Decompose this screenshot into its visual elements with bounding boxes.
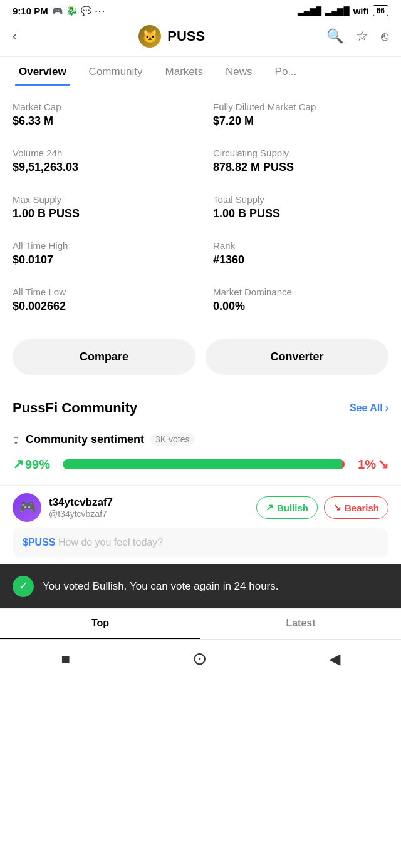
sentiment-bar: ↗ 99% 1% ↘ (0, 456, 401, 485)
stat-market-dominance: Market Dominance 0.00% (200, 277, 401, 323)
stat-value: 0.00% (213, 300, 388, 313)
see-all-button[interactable]: See All › (350, 402, 388, 414)
avatar: 🎮 (13, 493, 41, 522)
stat-value: $9,51,263.03 (13, 161, 188, 174)
ellipsis-icon: ··· (95, 6, 106, 16)
stat-label: All Time High (13, 240, 188, 251)
sentiment-icon: ↕️ (13, 431, 19, 447)
tab-top[interactable]: Top (0, 609, 200, 639)
signal-icon: ▂▄▆█ (298, 6, 321, 16)
stat-all-time-low: All Time Low $0.002662 (0, 277, 200, 323)
votes-badge: 3K votes (150, 433, 194, 446)
bearish-button[interactable]: ↘ Bearish (324, 496, 388, 519)
stat-label: Market Cap (13, 101, 188, 112)
back-button[interactable]: ‹ (13, 28, 17, 44)
stat-max-supply: Max Supply 1.00 B PUSS (0, 184, 200, 230)
stat-label: Max Supply (13, 194, 188, 205)
square-nav-icon[interactable]: ■ (61, 650, 70, 668)
stat-value: 878.82 M PUSS (213, 161, 388, 174)
converter-button[interactable]: Converter (206, 339, 388, 375)
header: ‹ 🐱 PUSS 🔍 ☆ ⎋ (0, 19, 401, 57)
user-handle: @t34ytcvbzaf7 (49, 509, 113, 519)
community-section-header: PussFi Community See All › (0, 390, 401, 424)
stat-all-time-high: All Time High $0.0107 (0, 230, 200, 277)
bull-vote-icon: ↗ (266, 502, 274, 513)
chevron-right-icon: › (385, 402, 388, 414)
tab-news[interactable]: News (214, 57, 264, 86)
stat-value: 1.00 B PUSS (13, 207, 188, 220)
stat-label: Rank (213, 240, 388, 251)
user-info: 🎮 t34ytcvbzaf7 @t34ytcvbzaf7 (13, 493, 113, 522)
stat-fully-diluted: Fully Diluted Market Cap $7.20 M (200, 91, 401, 138)
sentiment-title: Community sentiment (26, 433, 144, 446)
coin-name: PUSS (167, 28, 205, 44)
stat-total-supply: Total Supply 1.00 B PUSS (200, 184, 401, 230)
back-nav-icon[interactable]: ◀ (329, 650, 340, 668)
vote-buttons: ↗ Bullish ↘ Bearish (256, 496, 388, 519)
stat-label: Circulating Supply (213, 148, 388, 158)
header-center: 🐱 PUSS (138, 25, 205, 48)
stats-grid: Market Cap $6.33 M Fully Diluted Market … (0, 86, 401, 328)
stat-label: Market Dominance (213, 287, 388, 297)
game-icon-1: 🎮 (52, 6, 63, 16)
search-icon[interactable]: 🔍 (326, 28, 343, 44)
user-row: 🎮 t34ytcvbzaf7 @t34ytcvbzaf7 ↗ Bullish ↘… (13, 493, 388, 522)
stat-value: $6.33 M (13, 115, 188, 128)
stat-label: All Time Low (13, 287, 188, 297)
user-post: 🎮 t34ytcvbzaf7 @t34ytcvbzaf7 ↗ Bullish ↘… (0, 485, 401, 564)
post-preview: $PUSS How do you feel today? (13, 528, 388, 557)
stat-volume: Volume 24h $9,51,263.03 (0, 138, 200, 184)
stat-label: Total Supply (213, 194, 388, 205)
speech-icon: 💬 (81, 6, 91, 16)
share-icon[interactable]: ⎋ (381, 29, 388, 44)
back-icon[interactable]: ‹ (13, 28, 17, 44)
toast-check-icon: ✓ (13, 576, 34, 597)
community-title: PussFi Community (13, 400, 137, 416)
toast-notification: ✓ You voted Bullish. You can vote again … (0, 564, 401, 608)
sentiment-track (63, 459, 345, 469)
bear-arrow-icon: ↘ (377, 456, 388, 472)
tab-overview[interactable]: Overview (8, 57, 78, 86)
header-right: 🔍 ☆ ⎋ (326, 28, 388, 44)
tab-more[interactable]: Po... (264, 57, 308, 86)
signal-icon-2: ▂▄▆█ (325, 6, 349, 16)
user-details: t34ytcvbzaf7 @t34ytcvbzaf7 (49, 496, 113, 519)
bear-percent: 1% ↘ (351, 456, 388, 472)
compare-button[interactable]: Compare (13, 339, 195, 375)
post-placeholder: How do you feel today? (58, 537, 163, 548)
home-nav-icon[interactable]: ⊙ (192, 648, 207, 669)
bottom-nav: ■ ⊙ ◀ (0, 639, 401, 678)
wifi-icon: wifi (353, 6, 369, 16)
content-tabs: Top Latest (0, 608, 401, 639)
stat-value: $0.002662 (13, 300, 188, 313)
tab-latest[interactable]: Latest (200, 609, 401, 639)
stat-value: $7.20 M (213, 115, 388, 128)
toast-message: You voted Bullish. You can vote again in… (43, 579, 279, 594)
bear-bar (342, 459, 345, 469)
stat-rank: Rank #1360 (200, 230, 401, 277)
game-icon-2: 🐉 (66, 6, 77, 16)
star-icon[interactable]: ☆ (356, 28, 368, 44)
stat-value: 1.00 B PUSS (213, 207, 388, 220)
sentiment-header: ↕️ Community sentiment 3K votes (0, 424, 401, 456)
bullish-button[interactable]: ↗ Bullish (256, 496, 318, 519)
status-left: 9:10 PM 🎮 🐉 💬 ··· (13, 6, 106, 16)
stat-value: #1360 (213, 253, 388, 267)
status-right: ▂▄▆█ ▂▄▆█ wifi 66 (298, 5, 388, 16)
stat-value: $0.0107 (13, 253, 188, 267)
tab-markets[interactable]: Markets (154, 57, 214, 86)
battery-indicator: 66 (373, 5, 388, 16)
tab-community[interactable]: Community (78, 57, 154, 86)
status-time: 9:10 PM (13, 6, 48, 16)
bull-arrow-icon: ↗ (13, 456, 24, 472)
tab-bar: Overview Community Markets News Po... (0, 57, 401, 86)
post-ticker: $PUSS (23, 537, 55, 548)
bull-bar (63, 459, 342, 469)
avatar: 🐱 (138, 25, 161, 48)
action-buttons: Compare Converter (0, 328, 401, 390)
stat-label: Fully Diluted Market Cap (213, 101, 388, 112)
stat-circulating-supply: Circulating Supply 878.82 M PUSS (200, 138, 401, 184)
user-name: t34ytcvbzaf7 (49, 496, 113, 509)
bear-vote-icon: ↘ (333, 502, 341, 513)
stat-market-cap: Market Cap $6.33 M (0, 91, 200, 138)
